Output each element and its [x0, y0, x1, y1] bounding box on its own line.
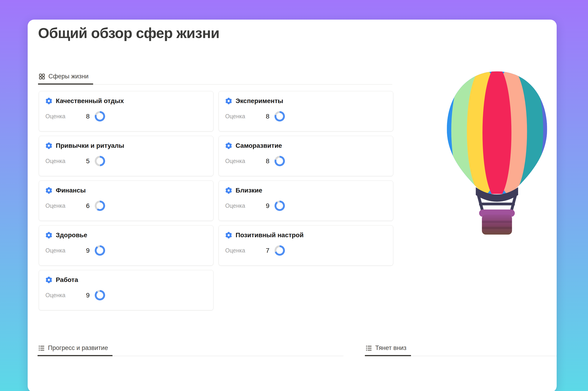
- score-ring: [274, 111, 285, 121]
- score-value: 8: [265, 157, 270, 165]
- card-title-row: Саморазвитие: [225, 142, 387, 149]
- sphere-card[interactable]: Привычки и ритуалы Оценка 5: [39, 136, 213, 176]
- score-label: Оценка: [45, 292, 65, 298]
- page-title: Общий обзор сфер жизни: [38, 25, 219, 41]
- score-label: Оценка: [225, 247, 245, 254]
- tab-label: Сферы жизни: [48, 73, 88, 80]
- gear-icon: [225, 232, 232, 239]
- card-title-row: Качественный отдых: [45, 97, 207, 105]
- card-title-row: Эксперименты: [225, 97, 387, 105]
- score-ring: [95, 111, 105, 121]
- gear-icon: [225, 142, 232, 149]
- hot-air-balloon-illustration: [441, 68, 553, 235]
- score-label: Оценка: [45, 202, 65, 209]
- card-title: Привычки и ритуалы: [56, 142, 124, 149]
- score-label: Оценка: [45, 113, 65, 120]
- score-ring: [95, 156, 105, 166]
- tab-label: Прогресс и развитие: [48, 344, 108, 352]
- score-value: 9: [85, 292, 90, 299]
- tab-label: Тянет вниз: [375, 344, 406, 352]
- sphere-card[interactable]: Саморазвитие Оценка 8: [219, 136, 393, 176]
- score-label: Оценка: [45, 158, 65, 164]
- card-title-row: Работа: [45, 276, 207, 284]
- sphere-card[interactable]: Качественный отдых Оценка 8: [39, 91, 213, 131]
- sphere-card[interactable]: Финансы Оценка 6: [39, 181, 213, 221]
- score-ring: [274, 245, 285, 256]
- score-value: 5: [85, 157, 90, 165]
- sphere-card[interactable]: Эксперименты Оценка 8: [219, 91, 393, 131]
- list-icon: [38, 345, 45, 352]
- score-row: Оценка 9: [45, 245, 207, 256]
- balloon-basket: [479, 209, 515, 235]
- score-ring: [95, 290, 105, 300]
- tab-drag-down[interactable]: Тянет вниз: [365, 344, 411, 356]
- card-title: Близкие: [236, 187, 262, 194]
- card-title-row: Финансы: [45, 187, 207, 194]
- score-row: Оценка 7: [225, 245, 387, 256]
- card-title: Здоровье: [56, 231, 87, 239]
- score-row: Оценка 8: [45, 111, 207, 121]
- gear-icon: [45, 232, 52, 239]
- tab-spheres[interactable]: Сферы жизни: [38, 73, 93, 85]
- score-value: 6: [85, 202, 90, 209]
- score-ring: [274, 156, 285, 166]
- gear-icon: [45, 142, 52, 149]
- score-ring: [274, 200, 285, 211]
- progress-tabbar: Прогресс и развитие: [38, 344, 343, 356]
- gear-icon: [45, 277, 52, 283]
- score-ring: [95, 200, 105, 211]
- sphere-card[interactable]: Близкие Оценка 9: [219, 181, 393, 221]
- score-row: Оценка 5: [45, 156, 207, 166]
- card-title-row: Привычки и ритуалы: [45, 142, 207, 149]
- balloon-envelope: [441, 68, 553, 202]
- score-value: 8: [265, 113, 270, 120]
- spheres-tabbar: Сферы жизни: [38, 73, 392, 85]
- score-row: Оценка 8: [225, 111, 387, 121]
- cards-grid: Качественный отдых Оценка 8: [39, 91, 393, 310]
- score-label: Оценка: [225, 158, 245, 164]
- score-label: Оценка: [45, 247, 65, 254]
- card-title: Саморазвитие: [236, 142, 282, 149]
- drag-down-tabbar: Тянет вниз: [365, 344, 557, 356]
- list-icon: [365, 345, 372, 352]
- sphere-card[interactable]: Работа Оценка 9: [39, 270, 213, 310]
- card-title: Позитивный настрой: [236, 231, 304, 239]
- grid-icon: [38, 73, 45, 80]
- card-title: Финансы: [56, 187, 86, 194]
- tab-progress[interactable]: Прогресс и развитие: [38, 344, 112, 356]
- gear-icon: [45, 187, 52, 194]
- score-row: Оценка 9: [225, 200, 387, 211]
- score-ring: [95, 245, 105, 256]
- score-label: Оценка: [225, 113, 245, 120]
- score-value: 7: [265, 247, 270, 254]
- main-panel: Общий обзор сфер жизни Сферы жизни: [28, 20, 557, 391]
- score-row: Оценка 6: [45, 200, 207, 211]
- card-title-row: Позитивный настрой: [225, 231, 387, 239]
- score-value: 8: [85, 113, 90, 120]
- score-label: Оценка: [225, 202, 245, 209]
- gear-icon: [225, 98, 232, 104]
- score-row: Оценка 9: [45, 290, 207, 300]
- gear-icon: [225, 187, 232, 194]
- score-value: 9: [85, 247, 90, 254]
- sphere-card[interactable]: Здоровье Оценка 9: [39, 225, 213, 266]
- sphere-card[interactable]: Позитивный настрой Оценка 7: [219, 225, 393, 266]
- card-title-row: Здоровье: [45, 231, 207, 239]
- score-row: Оценка 8: [225, 156, 387, 166]
- gear-icon: [45, 98, 52, 104]
- card-title: Качественный отдых: [56, 97, 124, 105]
- score-value: 9: [265, 202, 270, 209]
- card-title: Эксперименты: [236, 97, 283, 105]
- card-title-row: Близкие: [225, 187, 387, 194]
- card-title: Работа: [56, 276, 78, 284]
